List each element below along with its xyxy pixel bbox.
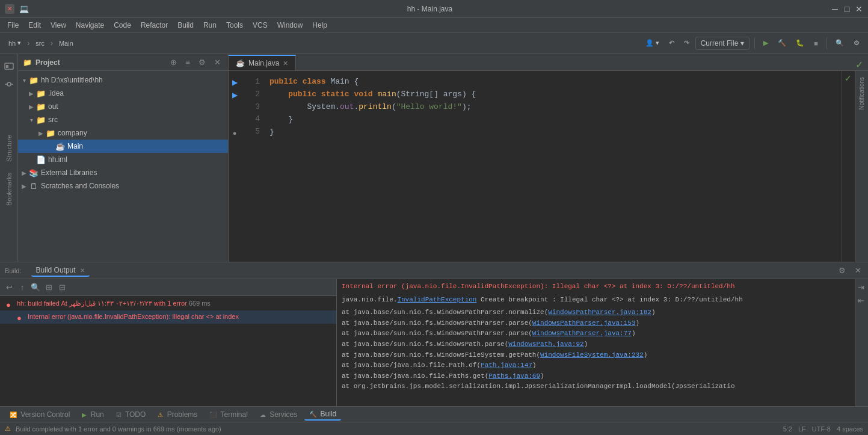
project-close-button[interactable]: ✕ [212,57,223,68]
notifications-tab[interactable]: Notifications [856,73,867,113]
st-link-7[interactable]: Paths.java:69 [488,372,540,380]
tree-item-idea[interactable]: ▶ 📁 .idea [18,87,228,100]
tree-item-src[interactable]: ▾ 📁 src [18,113,228,126]
run-button[interactable]: ▶ [760,37,772,49]
build-expand-button[interactable]: ⊞ [43,282,54,293]
menu-file[interactable]: File [2,20,23,31]
src-breadcrumb[interactable]: src [32,38,48,49]
right-gutter-icon-1[interactable]: ✓ [845,73,852,83]
status-position[interactable]: 5:2 [783,425,792,433]
main-label: Main [59,40,73,47]
menu-refactor[interactable]: Refactor [136,20,173,31]
menu-edit[interactable]: Edit [23,20,46,31]
menu-window[interactable]: Window [272,20,308,31]
bottom-close-button[interactable]: ✕ [852,265,863,276]
menu-vcs[interactable]: VCS [248,20,272,31]
commit-icon[interactable] [2,77,16,91]
project-dropdown[interactable]: hh ▾ [5,37,25,49]
close-window-button[interactable]: ✕ [855,5,863,13]
kw-static: static [321,88,349,101]
tab-todo[interactable]: ☑ TODO [111,409,151,420]
st-link-1[interactable]: WindowsPathParser.java:182 [548,309,651,316]
build-up-button[interactable]: ↑ [17,282,28,293]
bottom-gear-button[interactable]: ⚙ [837,265,848,276]
title-bar-title: hh - Main.java [29,5,831,13]
minimize-button[interactable]: ─ [831,5,839,13]
tree-item-main[interactable]: ☕ Main [18,140,228,153]
tree-item-company[interactable]: ▶ 📁 company [18,126,228,140]
gutter-bookmark-1[interactable]: ● [229,126,241,139]
st-link-3[interactable]: WindowsPathParser.java:77 [532,330,632,337]
tree-item-iml[interactable]: 📄 hh.iml [18,153,228,166]
st-link-2[interactable]: WindowsPathParser.java:153 [532,319,636,327]
tab-version-control[interactable]: 🔀 Version Control [5,409,75,420]
redo-button[interactable]: ↷ [680,37,693,49]
exception-class-link[interactable]: InvalidPathException [397,296,476,303]
menu-run[interactable]: Run [199,20,221,31]
tab-main-java[interactable]: ☕ Main.java ✕ [229,55,296,70]
tree-root[interactable]: ▾ 📁 hh D:\xs\untitled\hh [18,73,228,87]
st-link-5[interactable]: WindowsFileSystem.java:232 [540,351,644,359]
project-gear-button[interactable]: ⚙ [196,57,208,68]
structure-label[interactable]: Structure [3,131,15,165]
build-msg-main[interactable]: ● hh: build failed At ١٣/٠٢/٢٣+٠٢ ١١:٣٣ … [0,297,336,310]
tab-close-button[interactable]: ✕ [283,60,288,67]
current-file-dropdown[interactable]: Current File ▾ [695,37,750,50]
st-link-6[interactable]: Path.java:147 [481,362,532,369]
menu-build[interactable]: Build [173,20,199,31]
bottom-content: ↩ ↑ 🔍 ⊞ ⊟ ● hh: build failed At ١٣/٠٢/٢٣… [0,279,868,406]
settings-button[interactable]: ⚙ [850,37,863,49]
structure-tab[interactable]: Structure [3,131,15,165]
project-collapse-button[interactable]: ≡ [183,57,192,68]
bookmarks-tab[interactable]: Bookmarks [3,169,15,209]
tree-company-label: company [58,129,87,137]
project-icon[interactable] [2,59,16,73]
stop-button[interactable]: ■ [810,38,822,49]
menu-navigate[interactable]: Navigate [71,20,109,31]
account-button[interactable]: 👤 ▾ [642,37,663,49]
tab-terminal[interactable]: ⬛ Terminal [205,409,252,420]
line-num-1: 1 [241,76,260,88]
status-line-ending[interactable]: LF [798,425,806,433]
tab-build[interactable]: 🔨 Build [304,409,341,421]
st-link-4[interactable]: WindowsPath.java:92 [508,341,583,348]
tree-item-scratches[interactable]: ▶ 🗒 Scratches and Consoles [18,179,228,193]
tab-services[interactable]: ☁ Services [255,409,302,420]
main-breadcrumb[interactable]: Main [55,38,77,49]
close-button[interactable]: ✕ [5,4,14,14]
maximize-button[interactable]: □ [843,5,851,13]
menu-help[interactable]: Help [307,20,332,31]
build-msg-sub[interactable]: ● Internal error (java.nio.file.InvalidP… [0,310,336,324]
gutter-run-2[interactable]: ▶ [229,88,241,101]
project-add-button[interactable]: ⊕ [168,57,179,68]
build-output-close[interactable]: ✕ [80,267,85,274]
build-sidebar-btn-1[interactable]: ⇥ [855,282,866,292]
code-area[interactable]: public class Main { public static void [265,71,842,262]
search-button[interactable]: 🔍 [832,37,848,49]
build-collapse-button[interactable]: ⊟ [57,282,67,293]
tab-build-output[interactable]: Build Output ✕ [31,265,90,277]
status-encoding[interactable]: UTF-8 [812,425,831,433]
debug-button[interactable]: 🐛 [792,37,808,49]
project-panel-header: 📁 Project ⊕ ≡ ⚙ ✕ [18,54,228,71]
tree-item-out[interactable]: ▶ 📁 out [18,100,228,113]
menu-view[interactable]: View [46,20,71,31]
main-java-icon: ☕ [55,141,65,151]
tab-run[interactable]: ▶ Run [77,409,108,420]
menu-tools[interactable]: Tools [221,20,248,31]
arrow-iml [28,156,35,163]
tab-problems[interactable]: ⚠ Problems [153,409,202,420]
build-filter-button[interactable]: 🔍 [30,282,41,293]
left-activity-bar: Structure Bookmarks [0,54,18,262]
status-indent[interactable]: 4 spaces [837,425,863,433]
build-button[interactable]: 🔨 [774,37,790,49]
st-prefix-6: at java.base/java.nio.file.Path.of( [342,362,481,369]
stacktrace-line-6: at java.base/java.nio.file.Path.of(Path.… [342,360,850,371]
menu-code[interactable]: Code [109,20,136,31]
tree-item-extlibs[interactable]: ▶ 📚 External Libraries [18,166,228,179]
bookmarks-label[interactable]: Bookmarks [3,169,15,209]
build-back-button[interactable]: ↩ [4,282,14,293]
build-sidebar-btn-2[interactable]: ⇤ [855,295,866,306]
undo-button[interactable]: ↶ [665,37,678,49]
gutter-run-1[interactable]: ▶ [229,76,241,88]
